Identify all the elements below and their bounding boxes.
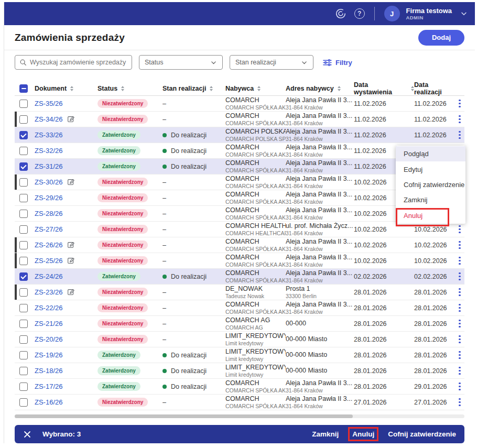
selection-action-button[interactable]: Anuluj [352,430,374,438]
row-checkbox[interactable] [19,351,28,359]
row-menu-icon[interactable] [456,349,463,362]
column-header-adres-nabywcy[interactable]: Adres nabywcy [286,85,334,92]
row-menu-icon[interactable] [456,365,463,377]
column-header-data-wystawienia[interactable]: Data wystawienia [354,81,407,96]
row-checkbox[interactable] [19,225,28,234]
help-icon[interactable] [354,8,365,19]
row-checkbox[interactable] [19,131,28,139]
table-row[interactable]: ZS-17/26 Zatwierdzony Do realizacji COMA… [15,379,464,395]
document-link[interactable]: ZS-31/26 [35,162,62,170]
sort-icon[interactable] [338,86,341,91]
row-menu-icon[interactable] [456,129,463,141]
row-checkbox[interactable] [19,257,28,265]
row-checkbox[interactable] [19,241,28,249]
row-checkbox[interactable] [19,304,28,312]
document-link[interactable]: ZS-17/26 [35,383,62,390]
column-header-stan-realizacji[interactable]: Stan realizacji [162,85,206,92]
row-menu-icon[interactable] [456,223,463,236]
row-menu-icon[interactable] [456,113,463,126]
table-row[interactable]: ZS-25/26 Niezatwierdzony – COMARCH COMAR… [15,253,464,269]
document-link[interactable]: ZS-28/26 [35,210,62,217]
table-row[interactable]: ZS-24/26 Zatwierdzony Do realizacji COMA… [15,269,464,285]
table-row[interactable]: ZS-19/26 Zatwierdzony Do realizacji LIMI… [15,347,464,363]
document-link[interactable]: ZS-23/26 [35,288,62,296]
document-link[interactable]: ZS-29/26 [35,194,62,202]
avatar[interactable]: J [384,6,400,21]
table-row[interactable]: ZS-21/26 Niezatwierdzony – COMARCH AG CO… [15,316,464,332]
document-link[interactable]: ZS-33/26 [35,131,62,139]
add-button[interactable]: Dodaj [418,30,464,46]
row-menu-icon[interactable] [456,302,463,314]
row-checkbox[interactable] [19,398,28,407]
document-link[interactable]: ZS-22/26 [35,304,62,312]
row-checkbox[interactable] [19,162,28,171]
chevron-down-icon[interactable] [460,10,468,17]
document-link[interactable]: ZS-26/26 [35,241,62,249]
row-checkbox[interactable] [19,194,28,202]
context-menu-item[interactable]: Anuluj [396,208,465,223]
row-checkbox[interactable] [19,288,28,297]
document-link[interactable]: ZS-25/26 [35,257,62,265]
row-menu-icon[interactable] [456,318,463,330]
document-link[interactable]: ZS-16/26 [35,398,62,406]
sort-icon[interactable] [70,86,73,91]
row-menu-icon[interactable] [456,333,463,346]
user-menu[interactable]: Firma testowa ADMIN [406,7,452,21]
row-menu-icon[interactable] [456,97,463,110]
document-link[interactable]: ZS-21/26 [35,320,62,327]
context-menu-item[interactable]: Edytuj [396,161,465,177]
document-link[interactable]: ZS-18/26 [35,367,62,375]
document-link[interactable]: ZS-19/26 [35,351,62,359]
selection-action-button[interactable]: Zamknij [312,430,339,438]
row-checkbox[interactable] [19,115,28,124]
comarch-logo-icon[interactable] [334,7,347,20]
table-row[interactable]: ZS-27/26 Niezatwierdzony – COMARCH HEALT… [15,222,464,237]
document-link[interactable]: ZS-35/26 [35,100,62,107]
sort-icon[interactable] [121,86,124,91]
row-menu-icon[interactable] [456,380,463,393]
context-menu-item[interactable]: Cofnij zatwierdzenie [396,177,465,192]
sort-icon[interactable] [210,86,213,91]
table-row[interactable]: ZS-22/26 Niezatwierdzony – COMARCH COMAR… [15,300,464,316]
table-row[interactable]: ZS-23/26 Niezatwierdzony – DE_NOWAK Tade… [15,285,464,300]
table-row[interactable]: ZS-35/26 Niezatwierdzony – COMARCH COMAR… [15,96,464,112]
realization-select[interactable]: Stan realizacji [230,55,313,70]
status-select[interactable]: Status [139,55,223,70]
row-checkbox[interactable] [19,367,28,375]
row-checkbox[interactable] [19,210,28,218]
document-link[interactable]: ZS-30/26 [35,178,62,186]
document-link[interactable]: ZS-34/26 [35,115,62,123]
search-input[interactable] [30,59,127,66]
document-link[interactable]: ZS-20/26 [35,335,62,343]
row-checkbox[interactable] [19,100,28,108]
row-menu-icon[interactable] [456,255,463,267]
document-link[interactable]: ZS-24/26 [35,272,62,280]
table-row[interactable]: ZS-20/26 Niezatwierdzony – LIMIT_KREDYTO… [15,332,464,347]
select-all-checkbox[interactable] [19,84,28,93]
row-menu-icon[interactable] [456,239,463,252]
document-link[interactable]: ZS-32/26 [35,147,62,155]
row-checkbox[interactable] [19,383,28,391]
table-row[interactable]: ZS-26/26 Niezatwierdzony – COMARCH COMAR… [15,237,464,253]
row-menu-icon[interactable] [456,270,463,283]
row-menu-icon[interactable] [456,286,463,299]
context-menu-item[interactable]: Podgląd [396,146,465,161]
row-checkbox[interactable] [19,335,28,344]
filters-button[interactable]: Filtry [323,59,352,67]
context-menu-item[interactable]: Zamknij [396,192,465,207]
table-row[interactable]: ZS-16/26 Niezatwierdzony – COMARCH COMAR… [15,395,464,410]
row-checkbox[interactable] [19,320,28,328]
column-header-nabywca[interactable]: Nabywca [225,85,254,92]
column-header-status[interactable]: Status [97,85,117,92]
row-checkbox[interactable] [19,272,28,281]
selection-action-button[interactable]: Cofnij zatwierdzenie [388,430,456,438]
table-row[interactable]: ZS-34/26 Niezatwierdzony – COMARCH COMAR… [15,112,464,127]
horizontal-scrollbar[interactable] [15,414,464,418]
row-checkbox[interactable] [19,147,28,155]
row-checkbox[interactable] [19,178,28,187]
sort-icon[interactable] [257,86,261,91]
scrollbar-thumb[interactable] [15,414,353,418]
close-icon[interactable] [24,431,31,438]
row-menu-icon[interactable] [456,396,463,409]
table-row[interactable]: ZS-18/26 Zatwierdzony Do realizacji LIMI… [15,363,464,379]
